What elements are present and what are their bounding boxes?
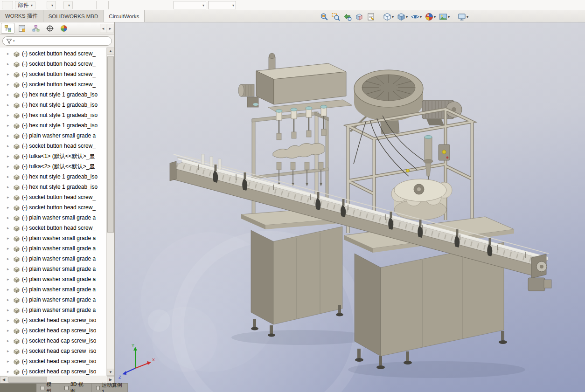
tree-item[interactable]: ▸ (-) socket button head screw_	[0, 69, 106, 79]
tree-item[interactable]: ▸ (-) plain washer small grade a	[0, 284, 106, 295]
tree-item[interactable]: ▸ (-) hex nut style 1 gradeab_iso	[0, 89, 106, 100]
tab-featuremanager-tree[interactable]	[1, 23, 14, 34]
tab-motion-study-1[interactable]: 运动算例1	[92, 384, 128, 392]
expand-arrow-icon[interactable]: ▸	[7, 308, 11, 312]
expand-arrow-icon[interactable]: ▸	[7, 206, 11, 210]
chevron-down-icon[interactable]: ▾	[434, 15, 436, 19]
tree-item[interactable]: ▸ (-) plain washer small grade a	[0, 264, 106, 274]
chevron-down-icon[interactable]: ▾	[406, 15, 408, 19]
chevron-down-icon[interactable]: ▾	[420, 15, 422, 19]
chevron-down-icon[interactable]: ▾	[467, 15, 468, 19]
expand-arrow-icon[interactable]: ▸	[7, 236, 11, 241]
view-settings-button[interactable]: ▾	[457, 12, 469, 22]
panel-tabs-scroll-left-button[interactable]: ◂	[100, 24, 106, 33]
scroll-left-button[interactable]: ◀	[0, 376, 7, 383]
filter-input[interactable]	[16, 38, 108, 44]
expand-arrow-icon[interactable]: ▸	[7, 318, 11, 323]
expand-arrow-icon[interactable]: ▸	[7, 329, 11, 333]
tree-item[interactable]: ▸ (-) hex nut style 1 gradeab_iso	[0, 182, 106, 192]
view-orientation-button[interactable]: ▾	[382, 12, 395, 22]
horizontal-scroll-thumb[interactable]	[8, 377, 47, 383]
tree-item[interactable]: ▸ (-) hex nut style 1 gradeab_iso	[0, 120, 106, 131]
tree-item[interactable]: ▸ (-) socket head cap screw_iso	[0, 366, 106, 376]
expand-arrow-icon[interactable]: ▸	[7, 185, 11, 189]
expand-arrow-icon[interactable]: ▸	[7, 154, 11, 158]
tab-displaymanager[interactable]	[57, 23, 70, 34]
tab-circuitworks[interactable]: CircuitWorks	[104, 10, 145, 22]
expand-arrow-icon[interactable]: ▸	[7, 52, 11, 56]
expand-arrow-icon[interactable]: ▸	[7, 339, 11, 343]
tab-dimxpertmanager[interactable]	[43, 23, 56, 34]
expand-arrow-icon[interactable]: ▸	[7, 62, 11, 66]
tree-item[interactable]: ▸ (-) socket head cap screw_iso	[0, 325, 106, 336]
component-button[interactable]: 部件 ▾	[15, 1, 35, 9]
expand-arrow-icon[interactable]: ▸	[7, 175, 11, 179]
tree-item[interactable]: ▸ (-) plain washer small grade a	[0, 233, 106, 243]
tree-item[interactable]: ▸ (-) socket head cap screw_iso	[0, 356, 106, 366]
toolbar-combo-box[interactable]: ▾	[208, 1, 236, 9]
vertical-scroll-thumb[interactable]	[107, 56, 114, 233]
chevron-down-icon[interactable]: ▾	[448, 15, 450, 19]
expand-arrow-icon[interactable]: ▸	[7, 349, 11, 353]
tree-item[interactable]: ▸ (-) plain washer small grade a	[0, 305, 106, 315]
toolbar-dropdown-button[interactable]: ▾	[47, 1, 56, 9]
scroll-down-button[interactable]: ▼	[107, 369, 114, 376]
tree-item[interactable]: ▸ (-) plain washer small grade a	[0, 131, 106, 141]
tree-item[interactable]: ▸ (-) plain washer small grade a	[0, 213, 106, 223]
tree-item[interactable]: ▸ (-) plain washer small grade a	[0, 254, 106, 264]
expand-arrow-icon[interactable]: ▸	[7, 134, 11, 138]
dynamic-annotation-view-button[interactable]	[366, 12, 376, 22]
expand-arrow-icon[interactable]: ▸	[7, 165, 11, 169]
expand-arrow-icon[interactable]: ▸	[7, 267, 11, 271]
expand-arrow-icon[interactable]: ▸	[7, 103, 11, 107]
tree-item[interactable]: ▸ (-) hex nut style 1 gradeab_iso	[0, 100, 106, 110]
toolbar-blank-button[interactable]	[2, 1, 13, 9]
expand-arrow-icon[interactable]: ▸	[7, 93, 11, 97]
tree-item[interactable]: ▸ (-) tulka<1> (默认<<默认>_显	[0, 151, 106, 161]
tree-item[interactable]: ▸ (-) socket button head screw_	[0, 141, 106, 151]
toolbar-combo-box[interactable]: ▾	[174, 1, 206, 9]
tree-item[interactable]: ▸ (-) socket button head screw_	[0, 192, 106, 202]
tab-model[interactable]: 模型	[36, 384, 60, 392]
orientation-triad[interactable]: Y X Z	[118, 343, 155, 379]
edit-appearance-button[interactable]: ▾	[424, 12, 437, 22]
tree-item[interactable]: ▸ (-) socket button head screw_	[0, 59, 106, 69]
chevron-down-icon[interactable]: ▾	[392, 15, 394, 19]
tree-vertical-scrollbar[interactable]: ▲ ▼	[106, 48, 114, 376]
zoom-to-fit-button[interactable]	[319, 12, 329, 22]
expand-arrow-icon[interactable]: ▸	[7, 195, 11, 199]
tab-configurationmanager[interactable]	[29, 23, 42, 34]
tree-item[interactable]: ▸ (-) socket button head screw_	[0, 202, 106, 213]
expand-arrow-icon[interactable]: ▸	[7, 72, 11, 76]
tree-item[interactable]: ▸ (-) plain washer small grade a	[0, 243, 106, 254]
tree-horizontal-scrollbar[interactable]: ◀ ▶	[0, 376, 114, 383]
scroll-up-button[interactable]: ▲	[107, 48, 114, 55]
expand-arrow-icon[interactable]: ▸	[7, 124, 11, 128]
tree-item[interactable]: ▸ (-) tulka<2> (默认<<默认>_显	[0, 161, 106, 172]
expand-arrow-icon[interactable]: ▸	[7, 144, 11, 148]
expand-arrow-icon[interactable]: ▸	[7, 359, 11, 364]
tree-item[interactable]: ▸ (-) socket button head screw_	[0, 79, 106, 89]
section-view-button[interactable]	[354, 12, 364, 22]
previous-view-button[interactable]	[342, 12, 353, 22]
panel-tabs-scroll-right-button[interactable]: ▸	[107, 24, 113, 33]
tab-solidworks-addins[interactable]: WORKS 插件	[0, 10, 43, 22]
tree-item[interactable]: ▸ (-) plain washer small grade a	[0, 274, 106, 284]
expand-arrow-icon[interactable]: ▸	[7, 277, 11, 282]
zoom-to-area-button[interactable]	[331, 12, 341, 22]
expand-arrow-icon[interactable]: ▸	[7, 226, 11, 230]
tree-item[interactable]: ▸ (-) socket head cap screw_iso	[0, 346, 106, 356]
display-style-button[interactable]: ▾	[396, 12, 409, 22]
tree-item[interactable]: ▸ (-) plain washer small grade a	[0, 295, 106, 305]
tree-item[interactable]: ▸ (-) hex nut style 1 gradeab_iso	[0, 172, 106, 182]
expand-arrow-icon[interactable]: ▸	[7, 370, 11, 374]
tree-item[interactable]: ▸ (-) socket button head screw_	[0, 48, 106, 59]
tab-3d-views[interactable]: 3D 视图	[60, 384, 91, 392]
expand-arrow-icon[interactable]: ▸	[7, 216, 11, 220]
tree-item[interactable]: ▸ (-) socket head cap screw_iso	[0, 336, 106, 346]
tree-item[interactable]: ▸ (-) hex nut style 1 gradeab_iso	[0, 110, 106, 120]
tab-propertymanager[interactable]	[15, 23, 28, 34]
expand-arrow-icon[interactable]: ▸	[7, 288, 11, 292]
expand-arrow-icon[interactable]: ▸	[7, 257, 11, 261]
hide-show-items-button[interactable]: ▾	[410, 12, 423, 22]
